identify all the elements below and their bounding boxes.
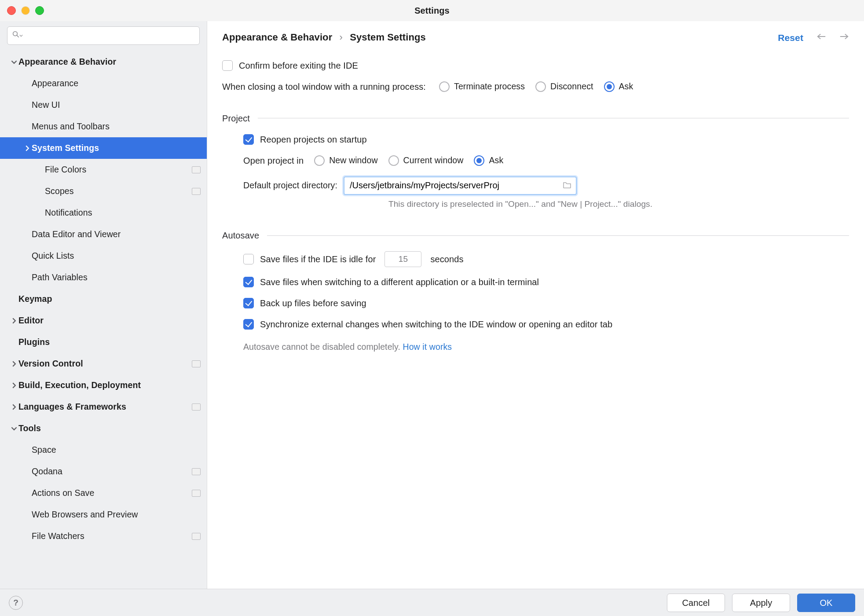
search-icon [12, 29, 20, 41]
settings-sidebar: Appearance & BehaviorAppearanceNew UIMen… [0, 21, 207, 589]
window-title: Settings [0, 4, 864, 17]
save-idle-checkbox[interactable] [243, 254, 254, 264]
tree-item[interactable]: Menus and Toolbars [0, 116, 207, 137]
apply-button[interactable]: Apply [732, 594, 790, 612]
tree-arrow-icon[interactable] [10, 425, 18, 432]
closing-tool-window-radio[interactable] [604, 81, 615, 92]
tree-item[interactable]: Editor [0, 310, 207, 331]
tree-item-label: System Settings [32, 142, 201, 154]
title-bar: Settings [0, 0, 864, 21]
tree-item[interactable]: System Settings [0, 137, 207, 159]
backup-before-save-checkbox[interactable] [243, 298, 254, 308]
autosave-section-title: Autosave [222, 229, 259, 242]
tree-item-label: Actions on Save [32, 487, 192, 499]
tree-arrow-icon[interactable] [10, 318, 18, 324]
save-idle-label-after: seconds [430, 253, 463, 265]
search-input[interactable] [26, 31, 195, 41]
section-divider [258, 118, 849, 118]
reopen-projects-checkbox[interactable] [243, 134, 254, 145]
tree-item-label: Version Control [18, 358, 192, 370]
tree-item-label: Quick Lists [32, 250, 201, 262]
tree-item[interactable]: Space [0, 439, 207, 461]
closing-tool-window-radio[interactable] [439, 81, 450, 92]
tree-item[interactable]: Data Editor and Viewer [0, 224, 207, 245]
tree-item[interactable]: File Colors [0, 159, 207, 180]
sync-external-label: Synchronize external changes when switch… [260, 318, 612, 330]
tree-item-label: Appearance & Behavior [18, 56, 201, 68]
tree-item[interactable]: Notifications [0, 202, 207, 224]
tree-item-label: Languages & Frameworks [18, 401, 192, 413]
reset-link[interactable]: Reset [778, 31, 803, 44]
folder-icon[interactable] [563, 180, 571, 191]
svg-point-0 [13, 32, 18, 36]
project-level-indicator-icon [192, 490, 201, 497]
project-level-indicator-icon [192, 166, 201, 173]
tree-arrow-icon[interactable] [10, 382, 18, 389]
idle-seconds-input[interactable] [384, 251, 421, 267]
open-project-in-radio[interactable] [314, 155, 325, 166]
tree-item[interactable]: Tools [0, 418, 207, 439]
open-project-in-radio[interactable] [388, 155, 399, 166]
tree-item[interactable]: Languages & Frameworks [0, 396, 207, 418]
ok-button[interactable]: OK [797, 594, 855, 612]
tree-item[interactable]: Appearance [0, 73, 207, 94]
tree-item-label: Editor [18, 315, 201, 326]
open-project-in-radio[interactable] [474, 155, 484, 166]
tree-item-label: Space [32, 444, 201, 456]
save-switching-checkbox[interactable] [243, 277, 254, 287]
closing-tool-window-option[interactable]: Terminate process [439, 81, 525, 92]
tree-item[interactable]: Path Variables [0, 267, 207, 288]
closing-tool-window-option[interactable]: Disconnect [535, 81, 593, 92]
forward-arrow-icon[interactable] [839, 32, 849, 44]
open-project-in-radio-label: Ask [489, 154, 503, 166]
tree-item[interactable]: New UI [0, 94, 207, 116]
tree-item-label: Build, Execution, Deployment [18, 379, 201, 391]
tree-item[interactable]: Build, Execution, Deployment [0, 374, 207, 396]
open-project-in-option[interactable]: New window [314, 154, 377, 166]
tree-item[interactable]: Actions on Save [0, 482, 207, 504]
closing-tool-window-radio[interactable] [535, 81, 546, 92]
confirm-exit-checkbox[interactable] [222, 60, 233, 71]
help-icon[interactable]: ? [9, 596, 23, 610]
save-switching-label: Save files when switching to a different… [260, 276, 539, 288]
tree-item-label: Keymap [18, 293, 201, 305]
tree-arrow-icon[interactable] [10, 404, 18, 410]
tree-item[interactable]: Keymap [0, 288, 207, 310]
tree-arrow-icon[interactable] [10, 361, 18, 367]
tree-item-label: Plugins [18, 336, 201, 348]
default-dir-input[interactable] [349, 180, 558, 191]
default-dir-field[interactable] [344, 176, 577, 195]
tree-item[interactable]: Appearance & Behavior [0, 51, 207, 73]
tree-item[interactable]: Qodana [0, 461, 207, 482]
closing-tool-window-radio-label: Terminate process [454, 81, 525, 92]
project-level-indicator-icon [192, 188, 201, 195]
tree-item[interactable]: Scopes [0, 180, 207, 202]
reopen-projects-label: Reopen projects on startup [260, 133, 367, 146]
project-level-indicator-icon [192, 360, 201, 367]
tree-arrow-icon[interactable] [23, 145, 32, 151]
project-level-indicator-icon [192, 468, 201, 475]
tree-item[interactable]: Plugins [0, 331, 207, 353]
breadcrumb-parent[interactable]: Appearance & Behavior [222, 32, 332, 43]
back-arrow-icon[interactable] [816, 32, 826, 44]
tree-item-label: New UI [32, 99, 201, 111]
search-options-chevron-icon[interactable] [19, 32, 23, 40]
cancel-button[interactable]: Cancel [667, 594, 725, 612]
tree-item[interactable]: Version Control [0, 353, 207, 374]
tree-item-label: File Colors [45, 164, 192, 176]
sync-external-checkbox[interactable] [243, 319, 254, 330]
how-it-works-link[interactable]: How it works [403, 342, 452, 352]
search-field-container[interactable] [7, 26, 200, 45]
tree-arrow-icon[interactable] [10, 59, 18, 65]
settings-tree: Appearance & BehaviorAppearanceNew UIMen… [0, 48, 207, 550]
tree-item[interactable]: Web Browsers and Preview [0, 504, 207, 525]
default-dir-label: Default project directory: [243, 180, 337, 191]
breadcrumb-separator: › [340, 32, 343, 43]
tree-item[interactable]: Quick Lists [0, 245, 207, 267]
tree-item-label: Web Browsers and Preview [32, 509, 201, 521]
open-project-in-option[interactable]: Current window [388, 154, 464, 166]
closing-tool-window-option[interactable]: Ask [604, 81, 633, 92]
open-project-in-option[interactable]: Ask [474, 154, 503, 166]
confirm-exit-label: Confirm before exiting the IDE [239, 59, 358, 72]
tree-item[interactable]: File Watchers [0, 525, 207, 547]
